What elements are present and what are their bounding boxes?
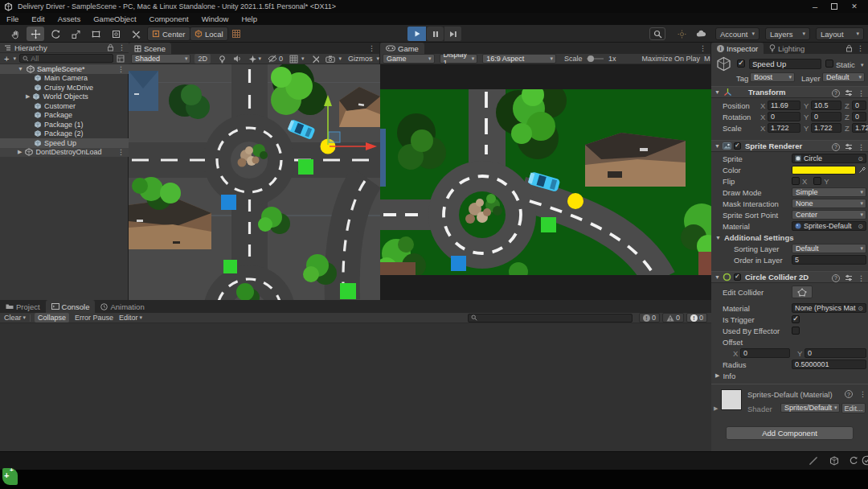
scale-slider[interactable] bbox=[587, 58, 603, 60]
additional-settings-foldout[interactable]: ▼ Additional Settings bbox=[711, 232, 868, 243]
edit-shader-button[interactable]: Edit... bbox=[841, 403, 866, 413]
gameobject-name-input[interactable] bbox=[752, 60, 818, 68]
tab-game[interactable]: Game bbox=[380, 43, 424, 54]
scene-lighting-toggle-icon[interactable] bbox=[218, 55, 226, 64]
tab-scene[interactable]: Scene bbox=[129, 43, 171, 54]
scene-camera-settings-dropdown[interactable]: ▾ bbox=[326, 55, 342, 63]
plastic-scm-tray-icon[interactable]: + + bbox=[2, 468, 18, 485]
step-button[interactable] bbox=[444, 27, 461, 41]
hierarchy-item-customer[interactable]: Customer bbox=[0, 101, 129, 111]
foldout-open-icon[interactable]: ▼ bbox=[18, 66, 23, 72]
component-enabled-checkbox[interactable]: ✓ bbox=[734, 142, 741, 150]
scale-tool-button[interactable] bbox=[67, 27, 84, 41]
aspect-dropdown[interactable]: 16:9 Aspect▾ bbox=[482, 54, 556, 64]
circle-collider-header[interactable]: ▼ ✓ Circle Collider 2D ? ⋮ bbox=[711, 271, 868, 283]
menu-help[interactable]: Help bbox=[235, 13, 264, 25]
add-component-button[interactable]: Add Component bbox=[726, 426, 854, 440]
tab-lighting[interactable]: Lighting bbox=[764, 43, 810, 54]
component-menu-button[interactable]: ⋮ bbox=[858, 89, 865, 97]
flip-y-checkbox[interactable] bbox=[813, 177, 821, 185]
chevron-down-icon[interactable]: ▾ bbox=[23, 314, 27, 321]
hierarchy-scene-row[interactable]: ▼ SampleScene* ⋮ bbox=[0, 64, 129, 74]
scale-x-field[interactable]: 1.722 bbox=[768, 123, 800, 133]
presets-icon[interactable] bbox=[845, 89, 853, 97]
gizmos-dropdown[interactable]: Gizmos ▾ bbox=[348, 55, 379, 63]
create-object-button[interactable]: + bbox=[4, 54, 9, 64]
gameobject-name-field[interactable] bbox=[749, 59, 821, 69]
menu-window[interactable]: Window bbox=[195, 13, 235, 25]
status-package-icon[interactable] bbox=[829, 456, 839, 466]
lock-icon[interactable] bbox=[107, 43, 114, 51]
hierarchy-item-cruisy-mcdrive[interactable]: Cruisy McDrive bbox=[0, 83, 129, 92]
menu-edit[interactable]: Edit bbox=[25, 13, 51, 25]
foldout-closed-icon[interactable]: ▶ bbox=[26, 93, 30, 100]
scene-tab-menu[interactable]: ⋮ bbox=[368, 44, 375, 52]
radius-field[interactable]: 0.5000001 bbox=[792, 360, 866, 369]
inspector-menu-button[interactable]: ⋮ bbox=[857, 44, 864, 52]
status-check-icon[interactable] bbox=[862, 455, 868, 466]
hierarchy-item-world-objects[interactable]: ▶ World Objects bbox=[0, 92, 129, 102]
custom-tool-button[interactable] bbox=[127, 27, 145, 41]
error-count-toggle[interactable]: ! 0 bbox=[686, 313, 707, 323]
scene-menu-button[interactable]: ⋮ bbox=[117, 65, 125, 73]
menu-component[interactable]: Component bbox=[143, 13, 195, 25]
sprite-object-field[interactable]: Circle ⊙ bbox=[792, 154, 866, 163]
console-log-area[interactable] bbox=[0, 323, 711, 451]
material-menu-button[interactable]: ⋮ bbox=[859, 390, 866, 398]
tab-animation[interactable]: Animation bbox=[95, 300, 149, 313]
material-object-field[interactable]: Sprites-Default ⊙ bbox=[792, 221, 866, 231]
scale-z-field[interactable]: 1.722 bbox=[852, 123, 866, 133]
lock-icon[interactable] bbox=[845, 44, 853, 52]
scale-slider-knob[interactable] bbox=[588, 55, 594, 62]
draw-mode-dropdown[interactable]: Shaded▾ bbox=[131, 54, 190, 64]
scene-picker-icon[interactable] bbox=[117, 55, 125, 63]
foldout-closed-icon[interactable]: ▶ bbox=[714, 405, 718, 412]
tag-dropdown[interactable]: Boost▾ bbox=[750, 72, 795, 82]
tab-inspector[interactable]: i Inspector bbox=[711, 43, 764, 54]
hand-tool-button[interactable] bbox=[6, 27, 24, 41]
position-x-field[interactable]: 11.69 bbox=[768, 101, 800, 110]
scene-tools-icon[interactable] bbox=[312, 55, 320, 64]
hierarchy-item-package-2[interactable]: Package (2) bbox=[0, 129, 129, 139]
help-icon[interactable]: ? bbox=[832, 143, 840, 151]
maximize-on-play-toggle[interactable]: Maximize On Play bbox=[641, 55, 700, 63]
tab-project[interactable]: Project bbox=[0, 300, 46, 313]
rotation-mode-button[interactable]: Local bbox=[190, 27, 228, 41]
draw-mode-dropdown[interactable]: Simple▾ bbox=[792, 187, 866, 197]
mute-audio-toggle[interactable]: Mute Audio bbox=[704, 55, 710, 63]
material-preview[interactable] bbox=[721, 389, 742, 410]
object-picker-icon[interactable]: ⊙ bbox=[858, 305, 863, 312]
hierarchy-item-package-1[interactable]: Package (1) bbox=[0, 120, 129, 129]
sorting-layer-dropdown[interactable]: Default▾ bbox=[792, 244, 866, 253]
chevron-down-icon[interactable]: ▾ bbox=[13, 55, 16, 62]
help-icon[interactable]: ? bbox=[832, 274, 840, 282]
pivot-mode-button[interactable]: Center bbox=[147, 27, 190, 41]
position-y-field[interactable]: 10.5 bbox=[811, 101, 841, 110]
color-swatch[interactable] bbox=[792, 166, 856, 175]
object-picker-icon[interactable]: ⊙ bbox=[858, 223, 863, 230]
play-button[interactable] bbox=[407, 27, 426, 41]
component-menu-button[interactable]: ⋮ bbox=[858, 143, 865, 151]
hierarchy-dontdestroyonload-row[interactable]: ▶ DontDestroyOnLoad ⋮ bbox=[0, 148, 129, 158]
scene-effects-toggle-icon[interactable] bbox=[248, 55, 256, 64]
help-icon[interactable]: ? bbox=[832, 89, 840, 97]
rotation-x-field[interactable]: 0 bbox=[768, 112, 800, 121]
hidden-objects-toggle[interactable]: 0 bbox=[268, 55, 283, 63]
component-menu-button[interactable]: ⋮ bbox=[858, 274, 865, 282]
hierarchy-item-package[interactable]: Package bbox=[0, 111, 129, 121]
rotation-z-field[interactable]: 0 bbox=[852, 112, 866, 121]
display-target-dropdown[interactable]: Game▾ bbox=[383, 54, 435, 64]
eyedropper-icon[interactable] bbox=[858, 166, 866, 174]
layers-dropdown[interactable]: Layers▾ bbox=[765, 27, 810, 40]
foldout-open-icon[interactable]: ▼ bbox=[714, 274, 720, 280]
rotation-y-field[interactable]: 0 bbox=[811, 112, 841, 121]
physics-material-field[interactable]: None (Physics Mat ⊙ bbox=[792, 303, 866, 313]
scene-canvas[interactable] bbox=[129, 64, 380, 300]
scale-y-field[interactable]: 1.722 bbox=[811, 123, 841, 133]
menu-file[interactable]: File bbox=[0, 13, 25, 25]
chevron-down-icon[interactable]: ▾ bbox=[861, 62, 864, 68]
sort-point-dropdown[interactable]: Center▾ bbox=[792, 210, 866, 220]
2d-toggle-button[interactable]: 2D bbox=[194, 54, 211, 64]
hierarchy-search-field[interactable] bbox=[19, 54, 113, 63]
clear-button[interactable]: Clear bbox=[4, 314, 22, 322]
